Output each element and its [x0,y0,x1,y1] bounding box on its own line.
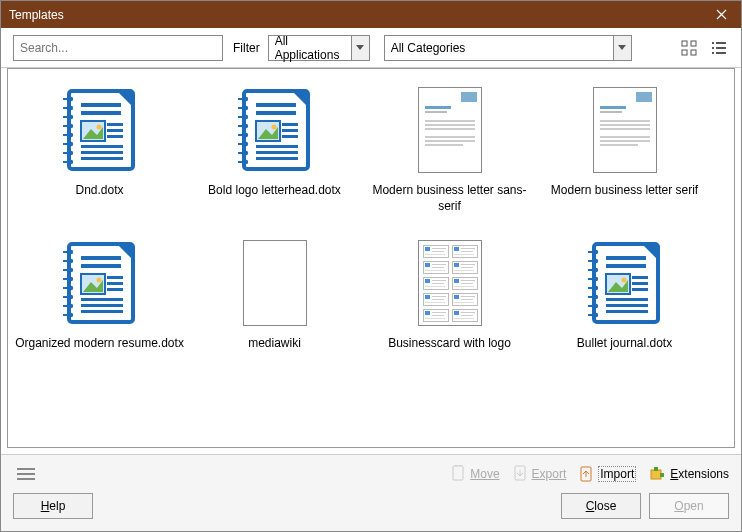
svg-rect-87 [107,288,123,291]
svg-rect-117 [606,310,648,313]
template-thumbnail [575,236,675,330]
applications-dropdown[interactable]: All Applications [268,35,370,61]
template-item[interactable]: Modern business letter serif [537,79,712,232]
template-item[interactable]: mediawiki [187,232,362,370]
footer: Move Export Import Extensions [1,454,741,531]
svg-point-111 [621,278,626,283]
svg-rect-62 [256,151,298,154]
svg-rect-113 [632,282,648,285]
svg-rect-68 [63,260,71,262]
svg-rect-101 [588,287,596,289]
help-button[interactable]: Help [13,493,93,519]
template-label: Organized modern resume.dotx [15,336,184,352]
move-button: Move [450,465,499,483]
svg-rect-49 [238,143,246,145]
template-item[interactable]: Modern business letter sans-serif [362,79,537,232]
svg-rect-33 [107,135,123,138]
toolbar: Filter All Applications All Categories [1,28,741,68]
close-button[interactable]: Close [561,493,641,519]
svg-rect-99 [588,278,596,280]
template-thumbnail [50,83,150,177]
svg-rect-1 [691,41,696,46]
template-item[interactable]: Businesscard with logo [362,232,537,370]
svg-rect-14 [63,107,71,109]
svg-rect-43 [238,116,246,118]
template-label: Bold logo letterhead.dotx [208,183,341,199]
svg-rect-7 [716,47,726,49]
templates-scroll[interactable]: Dnd.dotx Bold logo letterhead.dotx Moder… [8,69,734,447]
template-thumbnail [225,83,325,177]
svg-rect-80 [63,314,71,316]
svg-rect-22 [63,143,71,145]
template-label: Modern business letter serif [551,183,698,199]
svg-point-84 [96,278,101,283]
template-item[interactable]: Dnd.dotx [12,79,187,232]
open-button: Open [649,493,729,519]
move-label: Move [470,467,499,481]
svg-rect-18 [63,125,71,127]
template-thumbnail [225,236,325,330]
templates-pane: Dnd.dotx Bold logo letterhead.dotx Moder… [7,68,735,448]
template-label: Businesscard with logo [388,336,511,352]
categories-value: All Categories [385,41,613,55]
svg-rect-97 [588,269,596,271]
svg-rect-39 [238,98,246,100]
window-title: Templates [9,8,701,22]
template-thumbnail [575,83,675,177]
template-thumbnail [400,83,500,177]
template-thumbnail [400,236,500,330]
export-icon [512,465,528,483]
svg-rect-2 [682,50,687,55]
template-label: Dnd.dotx [75,183,123,199]
svg-rect-88 [81,298,123,301]
svg-rect-86 [107,282,123,285]
search-input[interactable] [13,35,223,61]
export-label: Export [532,467,567,481]
import-button[interactable]: Import [578,465,636,483]
svg-rect-63 [256,157,298,160]
svg-rect-72 [63,278,71,280]
menu-button[interactable] [17,468,35,480]
view-list-button[interactable] [709,38,729,58]
svg-rect-93 [588,251,596,253]
template-item[interactable]: Bold logo letterhead.dotx [187,79,362,232]
chevron-down-icon [351,36,369,60]
applications-value: All Applications [269,34,351,62]
categories-dropdown[interactable]: All Categories [384,35,632,61]
view-grid-button[interactable] [679,38,699,58]
svg-rect-82 [81,264,121,268]
template-item[interactable]: Bullet journal.dotx [537,232,712,370]
svg-rect-107 [588,314,596,316]
svg-rect-5 [716,42,726,44]
svg-rect-20 [63,134,71,136]
svg-rect-116 [606,304,648,307]
svg-rect-54 [256,103,296,107]
filter-label: Filter [233,41,260,55]
svg-rect-53 [238,161,246,163]
svg-rect-109 [606,264,646,268]
svg-rect-51 [238,152,246,154]
svg-rect-6 [712,47,714,49]
window-close-button[interactable] [701,1,741,28]
svg-rect-24 [63,152,71,154]
svg-rect-60 [282,135,298,138]
svg-rect-95 [588,260,596,262]
svg-rect-70 [63,269,71,271]
svg-rect-12 [63,98,71,100]
import-icon [578,465,594,483]
svg-rect-47 [238,134,246,136]
svg-rect-36 [81,157,123,160]
move-icon [450,465,466,483]
svg-rect-41 [238,107,246,109]
svg-rect-55 [256,111,296,115]
svg-rect-8 [712,52,714,54]
svg-rect-114 [632,288,648,291]
svg-rect-108 [606,256,646,260]
extensions-button[interactable]: Extensions [648,465,729,483]
svg-rect-27 [81,103,121,107]
svg-rect-66 [63,251,71,253]
svg-rect-122 [654,467,658,471]
svg-rect-118 [453,466,463,480]
titlebar: Templates [1,1,741,28]
template-item[interactable]: Organized modern resume.dotx [12,232,187,370]
